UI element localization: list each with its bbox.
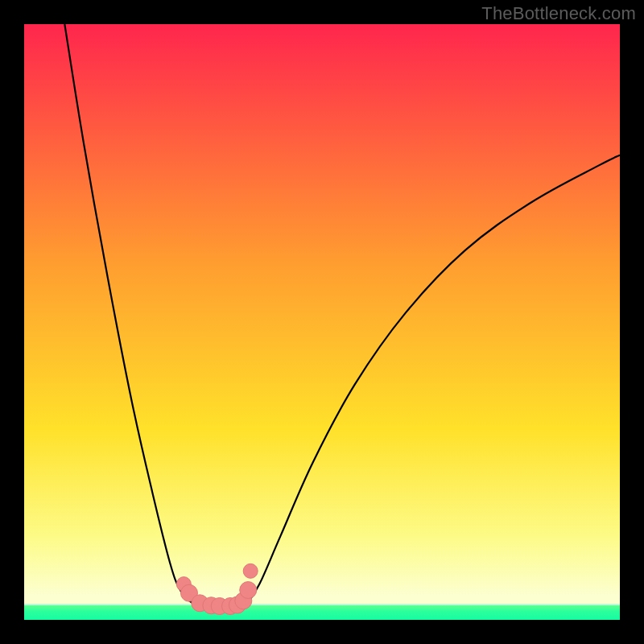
plot-area (24, 24, 620, 620)
watermark-text: TheBottleneck.com (481, 3, 636, 24)
marker-dot (243, 564, 258, 578)
curve-left-branch (64, 24, 200, 605)
marker-dot (240, 582, 257, 599)
marker-group (176, 564, 258, 614)
curve-overlay (24, 24, 620, 620)
curve-right-branch (246, 155, 620, 605)
chart-frame: TheBottleneck.com (0, 0, 644, 644)
